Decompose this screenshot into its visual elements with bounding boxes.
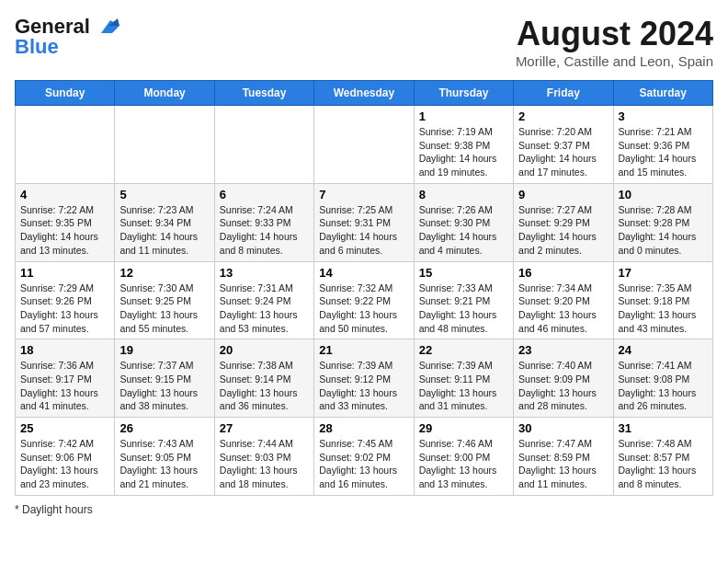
day-number: 23 xyxy=(518,343,608,357)
day-number: 12 xyxy=(119,266,209,280)
header: General Blue August 2024 Morille, Castil… xyxy=(15,15,713,69)
day-detail: Sunrise: 7:26 AMSunset: 9:30 PMDaylight:… xyxy=(419,204,497,256)
title-area: August 2024 Morille, Castille and Leon, … xyxy=(516,15,713,69)
logo-bird-icon xyxy=(92,17,119,37)
table-row: 30Sunrise: 7:47 AMSunset: 8:59 PMDayligh… xyxy=(514,418,613,496)
day-number: 4 xyxy=(20,188,109,201)
table-row: 11Sunrise: 7:29 AMSunset: 9:26 PMDayligh… xyxy=(16,261,115,339)
day-detail: Sunrise: 7:31 AMSunset: 9:24 PMDaylight:… xyxy=(220,282,298,334)
col-thursday: Thursday xyxy=(414,81,513,106)
day-detail: Sunrise: 7:25 AMSunset: 9:31 PMDaylight:… xyxy=(319,204,397,256)
day-number: 18 xyxy=(20,343,109,357)
day-detail: Sunrise: 7:28 AMSunset: 9:28 PMDaylight:… xyxy=(619,204,697,256)
day-number: 16 xyxy=(518,266,608,280)
day-number: 31 xyxy=(619,421,708,435)
day-detail: Sunrise: 7:43 AMSunset: 9:05 PMDaylight:… xyxy=(119,438,198,489)
day-number: 30 xyxy=(518,421,608,435)
day-number: 9 xyxy=(518,188,608,201)
table-row: 6Sunrise: 7:24 AMSunset: 9:33 PMDaylight… xyxy=(214,183,313,261)
table-row: 9Sunrise: 7:27 AMSunset: 9:29 PMDaylight… xyxy=(514,183,613,261)
col-tuesday: Tuesday xyxy=(214,81,313,106)
day-number: 29 xyxy=(419,421,508,435)
day-detail: Sunrise: 7:38 AMSunset: 9:14 PMDaylight:… xyxy=(220,360,298,411)
day-number: 15 xyxy=(419,266,508,280)
day-detail: Sunrise: 7:42 AMSunset: 9:06 PMDaylight:… xyxy=(20,438,98,489)
day-detail: Sunrise: 7:32 AMSunset: 9:22 PMDaylight:… xyxy=(319,282,397,334)
day-detail: Sunrise: 7:34 AMSunset: 9:20 PMDaylight:… xyxy=(518,282,597,334)
logo: General Blue xyxy=(15,15,119,59)
table-row: 25Sunrise: 7:42 AMSunset: 9:06 PMDayligh… xyxy=(16,418,115,496)
table-row: 16Sunrise: 7:34 AMSunset: 9:20 PMDayligh… xyxy=(514,261,613,339)
table-row: 31Sunrise: 7:48 AMSunset: 8:57 PMDayligh… xyxy=(613,418,712,496)
day-detail: Sunrise: 7:39 AMSunset: 9:12 PMDaylight:… xyxy=(319,360,397,411)
table-row: 8Sunrise: 7:26 AMSunset: 9:30 PMDaylight… xyxy=(414,183,513,261)
day-detail: Sunrise: 7:40 AMSunset: 9:09 PMDaylight:… xyxy=(518,360,597,411)
calendar-header: Sunday Monday Tuesday Wednesday Thursday… xyxy=(16,81,713,106)
day-detail: Sunrise: 7:47 AMSunset: 8:59 PMDaylight:… xyxy=(518,438,597,489)
day-number: 8 xyxy=(419,188,508,201)
table-row: 19Sunrise: 7:37 AMSunset: 9:15 PMDayligh… xyxy=(115,339,214,418)
table-row: 21Sunrise: 7:39 AMSunset: 9:12 PMDayligh… xyxy=(314,339,414,418)
day-number: 7 xyxy=(319,188,408,201)
day-detail: Sunrise: 7:27 AMSunset: 9:29 PMDaylight:… xyxy=(518,204,597,256)
calendar-body: 1Sunrise: 7:19 AMSunset: 9:38 PMDaylight… xyxy=(16,106,713,496)
day-number: 26 xyxy=(119,421,209,435)
table-row: 23Sunrise: 7:40 AMSunset: 9:09 PMDayligh… xyxy=(514,339,613,418)
table-row: 3Sunrise: 7:21 AMSunset: 9:36 PMDaylight… xyxy=(613,106,712,184)
table-row: 26Sunrise: 7:43 AMSunset: 9:05 PMDayligh… xyxy=(115,418,214,496)
table-row: 17Sunrise: 7:35 AMSunset: 9:18 PMDayligh… xyxy=(613,261,712,339)
day-number: 1 xyxy=(419,109,508,123)
day-detail: Sunrise: 7:48 AMSunset: 8:57 PMDaylight:… xyxy=(619,438,697,489)
day-number: 5 xyxy=(119,188,209,201)
logo-blue: Blue xyxy=(15,35,59,59)
day-number: 22 xyxy=(419,343,508,357)
main-title: August 2024 xyxy=(516,15,713,53)
day-number: 14 xyxy=(319,266,408,280)
table-row: 24Sunrise: 7:41 AMSunset: 9:08 PMDayligh… xyxy=(613,339,712,418)
day-detail: Sunrise: 7:21 AMSunset: 9:36 PMDaylight:… xyxy=(619,126,697,178)
table-row xyxy=(214,106,313,184)
day-detail: Sunrise: 7:33 AMSunset: 9:21 PMDaylight:… xyxy=(419,282,497,334)
day-number: 27 xyxy=(220,421,309,435)
day-number: 24 xyxy=(619,343,708,357)
day-detail: Sunrise: 7:35 AMSunset: 9:18 PMDaylight:… xyxy=(619,282,697,334)
table-row: 13Sunrise: 7:31 AMSunset: 9:24 PMDayligh… xyxy=(214,261,313,339)
day-number: 3 xyxy=(619,109,708,123)
table-row: 7Sunrise: 7:25 AMSunset: 9:31 PMDaylight… xyxy=(314,183,414,261)
table-row: 22Sunrise: 7:39 AMSunset: 9:11 PMDayligh… xyxy=(414,339,513,418)
table-row: 20Sunrise: 7:38 AMSunset: 9:14 PMDayligh… xyxy=(214,339,313,418)
table-row xyxy=(115,106,214,184)
day-detail: Sunrise: 7:20 AMSunset: 9:37 PMDaylight:… xyxy=(518,126,597,178)
table-row: 1Sunrise: 7:19 AMSunset: 9:38 PMDaylight… xyxy=(414,106,513,184)
table-row: 18Sunrise: 7:36 AMSunset: 9:17 PMDayligh… xyxy=(16,339,115,418)
day-detail: Sunrise: 7:46 AMSunset: 9:00 PMDaylight:… xyxy=(419,438,497,489)
day-detail: Sunrise: 7:19 AMSunset: 9:38 PMDaylight:… xyxy=(419,126,497,178)
day-number: 11 xyxy=(20,266,109,280)
calendar-table: Sunday Monday Tuesday Wednesday Thursday… xyxy=(15,80,713,496)
table-row xyxy=(16,106,115,184)
table-row: 10Sunrise: 7:28 AMSunset: 9:28 PMDayligh… xyxy=(613,183,712,261)
col-monday: Monday xyxy=(115,81,214,106)
table-row: 15Sunrise: 7:33 AMSunset: 9:21 PMDayligh… xyxy=(414,261,513,339)
day-detail: Sunrise: 7:23 AMSunset: 9:34 PMDaylight:… xyxy=(119,204,198,256)
table-row: 4Sunrise: 7:22 AMSunset: 9:35 PMDaylight… xyxy=(16,183,115,261)
col-friday: Friday xyxy=(514,81,613,106)
day-number: 10 xyxy=(619,188,708,201)
day-detail: Sunrise: 7:45 AMSunset: 9:02 PMDaylight:… xyxy=(319,438,397,489)
day-number: 19 xyxy=(119,343,209,357)
table-row: 27Sunrise: 7:44 AMSunset: 9:03 PMDayligh… xyxy=(214,418,313,496)
day-number: 13 xyxy=(220,266,309,280)
day-detail: Sunrise: 7:44 AMSunset: 9:03 PMDaylight:… xyxy=(220,438,298,489)
day-detail: Sunrise: 7:39 AMSunset: 9:11 PMDaylight:… xyxy=(419,360,497,411)
table-row: 28Sunrise: 7:45 AMSunset: 9:02 PMDayligh… xyxy=(314,418,414,496)
table-row: 29Sunrise: 7:46 AMSunset: 9:00 PMDayligh… xyxy=(414,418,513,496)
day-detail: Sunrise: 7:41 AMSunset: 9:08 PMDaylight:… xyxy=(619,360,697,411)
day-number: 20 xyxy=(220,343,309,357)
day-number: 28 xyxy=(319,421,408,435)
col-wednesday: Wednesday xyxy=(314,81,414,106)
day-number: 25 xyxy=(20,421,109,435)
day-number: 2 xyxy=(518,109,608,123)
table-row: 5Sunrise: 7:23 AMSunset: 9:34 PMDaylight… xyxy=(115,183,214,261)
day-detail: Sunrise: 7:22 AMSunset: 9:35 PMDaylight:… xyxy=(20,204,98,256)
day-detail: Sunrise: 7:24 AMSunset: 9:33 PMDaylight:… xyxy=(220,204,298,256)
